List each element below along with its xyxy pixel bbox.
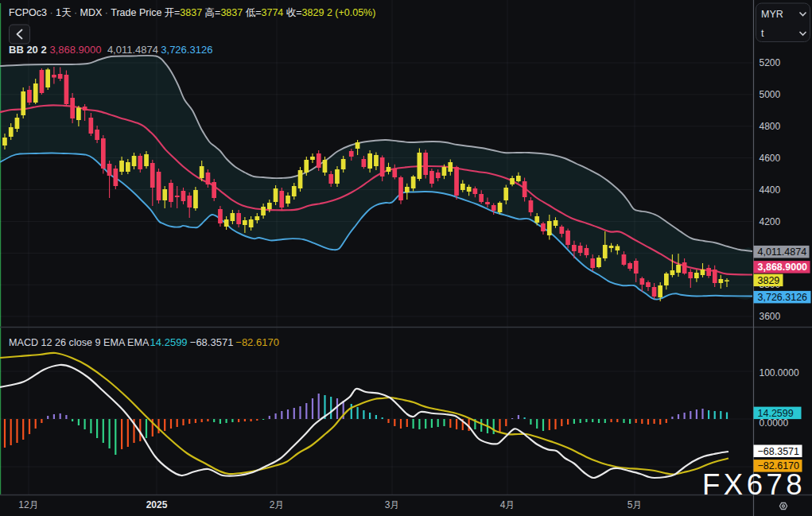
svg-text:3月: 3月 xyxy=(385,499,400,510)
svg-text:−68.3571: −68.3571 xyxy=(758,446,800,457)
svg-text:5000: 5000 xyxy=(760,89,781,100)
svg-text:4800: 4800 xyxy=(760,121,781,132)
svg-text:FCPOc3 · 1天 · MDX · Trade Pric: FCPOc3 · 1天 · MDX · Trade Price xyxy=(9,7,161,18)
svg-text:3,868.9000: 3,868.9000 xyxy=(758,262,808,273)
svg-text:MYR: MYR xyxy=(761,9,783,20)
svg-text:4600: 4600 xyxy=(760,153,781,164)
svg-text:4,011.4874: 4,011.4874 xyxy=(758,246,807,258)
svg-text:FX678: FX678 xyxy=(702,468,806,501)
svg-text:t: t xyxy=(761,28,764,39)
svg-text:3600: 3600 xyxy=(760,311,781,322)
svg-text:4月: 4月 xyxy=(500,499,515,510)
svg-text:−82.6170: −82.6170 xyxy=(758,460,800,471)
svg-text:MACD 12 26 close 9 EMA EMA14.2: MACD 12 26 close 9 EMA EMA14.2599−68.357… xyxy=(9,336,279,348)
svg-text:14.2599: 14.2599 xyxy=(758,408,794,419)
svg-text:5200: 5200 xyxy=(760,57,781,68)
svg-text:3829: 3829 xyxy=(758,275,780,286)
svg-text:3,726.3126: 3,726.3126 xyxy=(758,292,808,303)
svg-text:100.0000: 100.0000 xyxy=(760,367,799,378)
svg-text:开=3837 高=3837 低=3774 收=3829 2: 开=3837 高=3837 低=3774 收=3829 2 (+0.05%) xyxy=(165,7,376,18)
svg-text:5月: 5月 xyxy=(627,499,643,510)
svg-text:2月: 2月 xyxy=(270,499,285,510)
svg-text:4400: 4400 xyxy=(760,184,781,196)
svg-text:12月: 12月 xyxy=(18,499,38,510)
svg-text:4200: 4200 xyxy=(760,216,781,227)
svg-text:2025: 2025 xyxy=(146,499,168,510)
svg-text:BB 20 23,868.90004,011.48743,7: BB 20 23,868.90004,011.48743,726.3126 xyxy=(9,44,212,56)
